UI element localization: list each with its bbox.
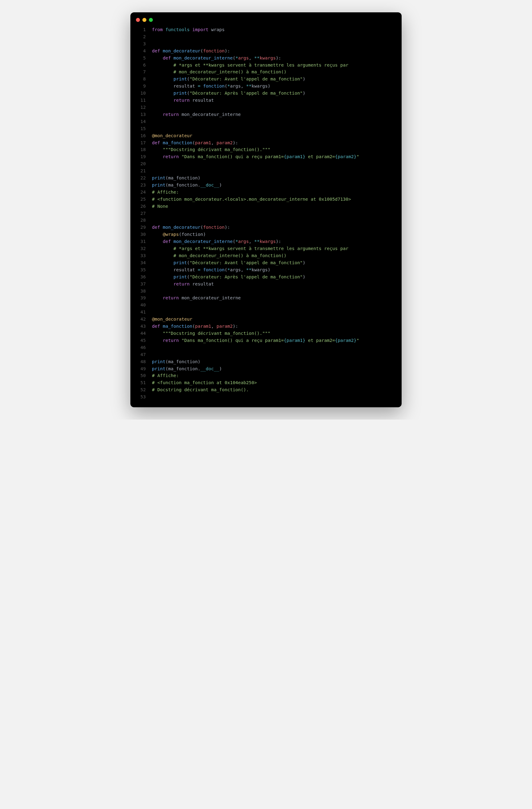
code-line: 13 return mon_decorateur_interne xyxy=(137,111,395,118)
line-content xyxy=(152,351,155,358)
code-line: 52# Docstring décrivant ma_fonction(). xyxy=(137,386,395,393)
code-line: 39 return mon_decorateur_interne xyxy=(137,294,395,302)
code-line: 14 xyxy=(137,118,395,125)
line-content: """Docstring décrivant ma_fonction().""" xyxy=(152,146,270,153)
line-content: def ma_fonction(param1, param2): xyxy=(152,323,238,330)
code-line: 31 def mon_decorateur_interne(*args, **k… xyxy=(137,238,395,245)
line-number: 6 xyxy=(137,62,146,69)
line-content: def ma_fonction(param1, param2): xyxy=(152,139,238,147)
line-number: 2 xyxy=(137,33,146,40)
line-number: 36 xyxy=(137,274,146,280)
line-content xyxy=(152,393,155,400)
code-line: 27 xyxy=(137,210,395,217)
line-content: return "Dans ma_fonction() qui a reçu pa… xyxy=(152,153,359,160)
line-number: 3 xyxy=(137,40,146,48)
line-content: # mon_decorateur_interne() à ma_fonction… xyxy=(152,252,287,259)
line-content xyxy=(152,168,155,174)
minimize-icon[interactable] xyxy=(142,18,146,22)
code-line: 38 xyxy=(137,288,395,295)
line-number: 52 xyxy=(137,386,146,393)
line-content xyxy=(152,104,155,111)
line-number: 26 xyxy=(137,203,146,210)
code-line: 43def ma_fonction(param1, param2): xyxy=(137,323,395,330)
code-line: 34 print("Décorateur: Avant l'appel de m… xyxy=(137,259,395,266)
line-content: # *args et **kwargs servent à transmettr… xyxy=(152,62,348,69)
code-line: 7 # mon_decorateur_interne() à ma_foncti… xyxy=(137,68,395,75)
line-content xyxy=(152,344,155,351)
code-line: 49print(ma_fonction.__doc__) xyxy=(137,365,395,373)
line-content: print("Décorateur: Après l'appel de ma_f… xyxy=(152,90,305,97)
code-line: 4def mon_decorateur(fonction): xyxy=(137,48,395,55)
line-number: 23 xyxy=(137,182,146,189)
line-content xyxy=(152,309,155,316)
line-number: 7 xyxy=(137,68,146,75)
line-content: return "Dans ma_fonction() qui a reçu pa… xyxy=(152,337,359,344)
code-line: 48print(ma_fonction) xyxy=(137,358,395,365)
line-number: 53 xyxy=(137,393,146,400)
line-number: 34 xyxy=(137,259,146,266)
line-content: return mon_decorateur_interne xyxy=(152,111,241,118)
line-content: return resultat xyxy=(152,97,214,104)
code-line: 3 xyxy=(137,40,395,48)
code-line: 25# <function mon_decorateur.<locals>.mo… xyxy=(137,196,395,203)
line-number: 5 xyxy=(137,55,146,62)
line-content: return mon_decorateur_interne xyxy=(152,294,241,302)
line-content xyxy=(152,217,155,224)
line-content xyxy=(152,40,155,48)
code-line: 2 xyxy=(137,33,395,40)
line-content: print("Décorateur: Avant l'appel de ma_f… xyxy=(152,75,305,83)
line-content: # Affiche: xyxy=(152,372,179,379)
code-line: 23print(ma_fonction.__doc__) xyxy=(137,182,395,189)
line-content: return resultat xyxy=(152,280,214,288)
line-number: 27 xyxy=(137,210,146,217)
code-line: 9 resultat = fonction(*args, **kwargs) xyxy=(137,83,395,90)
line-number: 38 xyxy=(137,288,146,295)
code-line: 51# <function ma_fonction at 0x104eab250… xyxy=(137,379,395,386)
line-content: print(ma_fonction.__doc__) xyxy=(152,365,222,373)
line-content: resultat = fonction(*args, **kwargs) xyxy=(152,266,270,274)
line-number: 11 xyxy=(137,97,146,104)
code-line: 16@mon_decorateur xyxy=(137,132,395,139)
line-number: 15 xyxy=(137,125,146,132)
code-line: 40 xyxy=(137,302,395,309)
line-number: 12 xyxy=(137,104,146,111)
line-content: def mon_decorateur_interne(*args, **kwar… xyxy=(152,238,281,245)
code-line: 22print(ma_fonction) xyxy=(137,174,395,182)
code-line: 47 xyxy=(137,351,395,358)
line-number: 37 xyxy=(137,280,146,288)
line-number: 9 xyxy=(137,83,146,90)
code-line: 6 # *args et **kwargs servent à transmet… xyxy=(137,62,395,69)
line-number: 14 xyxy=(137,118,146,125)
line-number: 40 xyxy=(137,302,146,309)
line-number: 47 xyxy=(137,351,146,358)
line-number: 44 xyxy=(137,330,146,337)
titlebar xyxy=(130,18,402,26)
line-number: 17 xyxy=(137,139,146,147)
line-number: 32 xyxy=(137,245,146,252)
close-icon[interactable] xyxy=(136,18,140,22)
line-content xyxy=(152,210,155,217)
code-line: 29def mon_decorateur(fonction): xyxy=(137,224,395,231)
line-content xyxy=(152,160,155,168)
code-line: 26# None xyxy=(137,203,395,210)
code-line: 15 xyxy=(137,125,395,132)
code-line: 21 xyxy=(137,168,395,174)
code-line: 18 """Docstring décrivant ma_fonction().… xyxy=(137,146,395,153)
code-line: 41 xyxy=(137,309,395,316)
line-content xyxy=(152,118,155,125)
code-area[interactable]: 1from functools import wraps2 3 4def mon… xyxy=(130,26,402,400)
code-line: 44 """Docstring décrivant ma_fonction().… xyxy=(137,330,395,337)
code-line: 28 xyxy=(137,217,395,224)
code-line: 10 print("Décorateur: Après l'appel de m… xyxy=(137,90,395,97)
line-number: 51 xyxy=(137,379,146,386)
line-number: 13 xyxy=(137,111,146,118)
line-content: print("Décorateur: Après l'appel de ma_f… xyxy=(152,274,305,280)
code-line: 17def ma_fonction(param1, param2): xyxy=(137,139,395,147)
line-content: """Docstring décrivant ma_fonction().""" xyxy=(152,330,270,337)
line-number: 50 xyxy=(137,372,146,379)
code-line: 1from functools import wraps xyxy=(137,26,395,33)
zoom-icon[interactable] xyxy=(149,18,153,22)
line-content xyxy=(152,125,155,132)
line-content: # Docstring décrivant ma_fonction(). xyxy=(152,386,249,393)
line-number: 45 xyxy=(137,337,146,344)
